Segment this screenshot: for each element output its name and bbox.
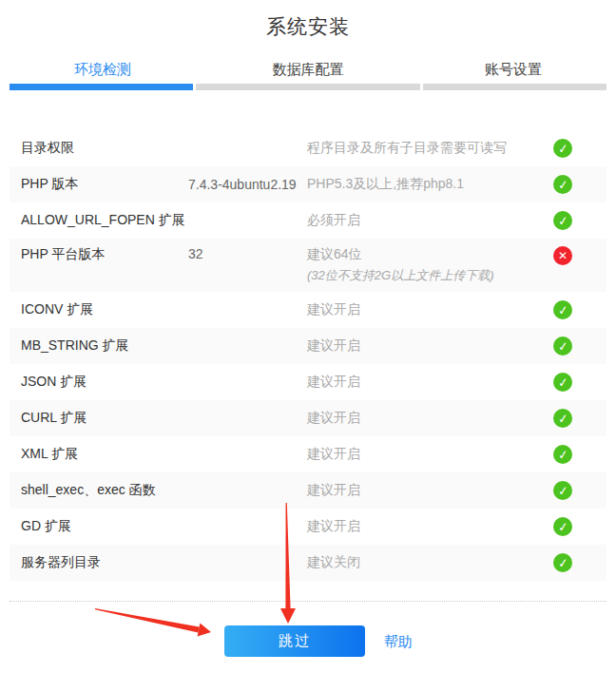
table-row: CURL 扩展 建议开启 xyxy=(10,400,606,436)
progress-segment-active xyxy=(10,84,193,90)
requirement-text: 必须开启 xyxy=(307,212,553,229)
progress-segment-inactive xyxy=(423,84,606,90)
check-pass-icon xyxy=(553,517,572,536)
wizard-tabs: 环境检测 数据库配置 账号设置 xyxy=(0,55,616,85)
install-wizard: 系统安装 环境检测 数据库配置 账号设置 目录权限 程序目录及所有子目录需要可读… xyxy=(0,0,616,673)
footer-divider xyxy=(10,601,606,602)
check-requirement: 程序目录及所有子目录需要可读写 xyxy=(307,140,553,157)
check-value: 32 xyxy=(188,246,307,261)
requirement-text: 建议开启 xyxy=(307,482,553,499)
check-pass-icon xyxy=(553,336,572,356)
check-requirement: PHP5.3及以上,推荐php8.1 xyxy=(307,176,553,193)
check-pass-icon xyxy=(553,139,572,158)
tab-environment-check[interactable]: 环境检测 xyxy=(0,55,205,85)
check-label: PHP 版本 xyxy=(10,176,188,193)
table-row: 服务器列目录 建议关闭 xyxy=(10,545,606,581)
check-pass-icon xyxy=(553,553,572,572)
environment-check-table: 目录权限 程序目录及所有子目录需要可读写 PHP 版本 7.4.3-4ubunt… xyxy=(10,130,606,581)
check-label: XML 扩展 xyxy=(10,446,188,463)
check-requirement: 建议开启 xyxy=(307,482,553,499)
table-row: PHP 平台版本 32 建议64位(32位不支持2G以上文件上传下载) xyxy=(10,239,606,292)
table-row: ICONV 扩展 建议开启 xyxy=(10,292,606,328)
table-row: ALLOW_URL_FOPEN 扩展 必须开启 xyxy=(10,202,606,239)
table-row: JSON 扩展 建议开启 xyxy=(10,364,606,400)
check-requirement: 建议开启 xyxy=(307,446,553,463)
annotation-arrow-diagonal-icon xyxy=(95,608,211,636)
check-requirement: 建议开启 xyxy=(307,518,553,535)
progress-segment-inactive xyxy=(196,84,420,90)
wizard-progress-bar xyxy=(10,84,606,90)
table-row: 目录权限 程序目录及所有子目录需要可读写 xyxy=(10,130,606,166)
requirement-text: 程序目录及所有子目录需要可读写 xyxy=(307,140,553,157)
check-requirement: 建议开启 xyxy=(307,374,553,391)
requirement-text: 建议开启 xyxy=(307,374,553,391)
table-row: XML 扩展 建议开启 xyxy=(10,436,606,472)
tab-database-config[interactable]: 数据库配置 xyxy=(205,55,411,85)
check-fail-icon xyxy=(553,246,572,265)
check-label: ALLOW_URL_FOPEN 扩展 xyxy=(10,212,188,229)
requirement-text: PHP5.3及以上,推荐php8.1 xyxy=(307,176,553,193)
check-label: GD 扩展 xyxy=(10,518,188,535)
check-requirement: 建议开启 xyxy=(307,301,553,318)
check-requirement: 建议64位(32位不支持2G以上文件上传下载) xyxy=(307,246,553,284)
check-requirement: 建议关闭 xyxy=(307,554,553,571)
check-pass-icon xyxy=(553,300,572,319)
check-label: PHP 平台版本 xyxy=(10,246,188,263)
check-label: ICONV 扩展 xyxy=(10,301,188,318)
requirement-text: 建议开启 xyxy=(307,337,553,355)
check-label: shell_exec、exec 函数 xyxy=(10,482,188,499)
table-row: PHP 版本 7.4.3-4ubuntu2.19 PHP5.3及以上,推荐php… xyxy=(10,166,606,202)
check-label: 目录权限 xyxy=(10,140,188,157)
table-row: MB_STRING 扩展 建议开启 xyxy=(10,328,606,364)
check-pass-icon xyxy=(553,175,572,194)
requirement-text: 建议开启 xyxy=(307,301,553,318)
check-pass-icon xyxy=(553,409,572,428)
table-row: shell_exec、exec 函数 建议开启 xyxy=(10,472,606,509)
skip-button[interactable]: 跳过 xyxy=(224,625,365,657)
tab-account-settings[interactable]: 账号设置 xyxy=(411,55,616,85)
check-pass-icon xyxy=(553,373,572,392)
check-label: JSON 扩展 xyxy=(10,374,188,391)
requirement-text: 建议开启 xyxy=(307,446,553,463)
check-requirement: 必须开启 xyxy=(307,212,553,229)
help-link[interactable]: 帮助 xyxy=(384,633,413,651)
check-requirement: 建议开启 xyxy=(307,410,553,427)
check-pass-icon xyxy=(553,211,572,230)
requirement-text: 建议关闭 xyxy=(307,554,553,571)
check-label: CURL 扩展 xyxy=(10,410,188,427)
requirement-text: 建议开启 xyxy=(307,518,553,535)
requirement-text: 建议开启 xyxy=(307,410,553,427)
page-title: 系统安装 xyxy=(0,13,616,40)
check-label: 服务器列目录 xyxy=(10,554,188,571)
requirement-note: (32位不支持2G以上文件上传下载) xyxy=(307,267,553,284)
requirement-text: 建议64位 xyxy=(307,246,553,263)
table-row: GD 扩展 建议开启 xyxy=(10,509,606,545)
check-value: 7.4.3-4ubuntu2.19 xyxy=(188,177,307,192)
check-pass-icon xyxy=(553,481,572,500)
check-label: MB_STRING 扩展 xyxy=(10,337,188,355)
check-pass-icon xyxy=(553,445,572,464)
check-requirement: 建议开启 xyxy=(307,337,553,355)
